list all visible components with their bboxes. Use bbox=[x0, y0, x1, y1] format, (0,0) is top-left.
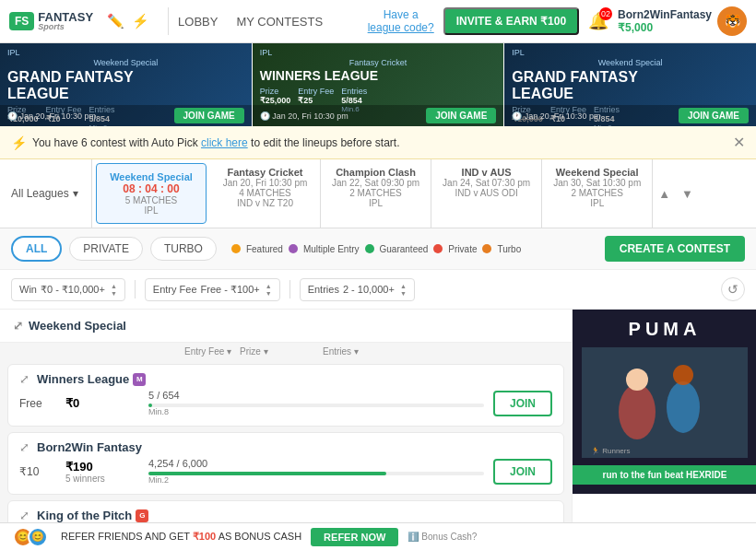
contest-item-born2win-1: ⤢ Born2Win Fantasy ₹10 ₹190 5 winners 4,… bbox=[7, 432, 564, 495]
section-title: Weekend Special bbox=[29, 319, 126, 333]
bonus-cash-info[interactable]: ℹ️ Bonus Cash? bbox=[408, 532, 477, 542]
filter-divider-1 bbox=[135, 280, 136, 298]
contest-card-2: IPL Fantasy Cricket WINNERS LEAGUE Prize… bbox=[253, 43, 505, 126]
turbo-legend-dot bbox=[482, 244, 491, 253]
all-leagues-select[interactable]: All Leagues ▾ bbox=[0, 159, 92, 228]
info-icon: ℹ️ bbox=[408, 532, 419, 542]
share-icon-3[interactable]: ⤢ bbox=[19, 509, 30, 522]
logo-sports: Sports bbox=[38, 23, 93, 31]
close-notice-button[interactable]: ✕ bbox=[733, 134, 745, 151]
card-2-join-btn[interactable]: JOIN GAME bbox=[426, 108, 496, 123]
nav-links: LOBBY MY CONTESTS bbox=[178, 15, 323, 29]
contest-card-3: IPL Weekend Special GRAND FANTASYLEAGUE … bbox=[504, 43, 756, 126]
bonus-cash-label: Bonus Cash? bbox=[421, 532, 477, 542]
entry-fee-born2win-1: ₹10 bbox=[19, 465, 56, 478]
invite-earn-button[interactable]: INVITE & EARN ₹100 bbox=[443, 7, 579, 35]
click-here-link[interactable]: click here bbox=[201, 136, 248, 149]
edit-icon[interactable]: ✏️ bbox=[107, 13, 124, 29]
join-btn-born2win-1[interactable]: JOIN bbox=[493, 459, 552, 485]
share-icon-1[interactable]: ⤢ bbox=[19, 372, 30, 386]
contest-list: ⤢ Weekend Special Entry Fee ▾ Prize ▾ En… bbox=[0, 310, 572, 550]
tab-all[interactable]: ALL bbox=[11, 236, 62, 262]
filter-tab-champion-clash[interactable]: Champion Clash Jan 22, Sat 09:30 pm 2 MA… bbox=[321, 159, 431, 228]
private-legend-label: Private bbox=[448, 244, 477, 254]
col-header-entry[interactable]: Entry Fee ▾ bbox=[184, 346, 240, 357]
logo: FS FANTASY Sports bbox=[9, 11, 93, 31]
reset-filters-button[interactable]: ↺ bbox=[721, 277, 745, 301]
entries-born2win-1: 4,254 / 6,000 Min.2 bbox=[148, 458, 484, 485]
entries-arrows: ▲ ▼ bbox=[400, 283, 407, 297]
entries-filter-label: Entries bbox=[308, 284, 339, 295]
refer-avatar-2: 😊 bbox=[28, 527, 48, 547]
entry-fee-filter-label: Entry Fee bbox=[153, 284, 197, 295]
user-info[interactable]: Born2WinFantasy ₹5,000 🐯 bbox=[618, 6, 747, 36]
tab-private[interactable]: PRIVATE bbox=[69, 237, 143, 261]
nav-my-contests[interactable]: MY CONTESTS bbox=[236, 15, 323, 29]
entry-fee-filter-value: Free - ₹100+ bbox=[201, 284, 260, 296]
card-1-time: 🕐 Jan 20, Fri 10:30 pm bbox=[7, 111, 96, 121]
flash-icon[interactable]: ⚡ bbox=[132, 13, 149, 29]
filter-nav-down[interactable]: ▼ bbox=[676, 159, 699, 228]
card-3-tag: Weekend Special bbox=[512, 58, 749, 67]
filter-tab-ind-aus[interactable]: IND v AUS Jan 24, Sat 07:30 pm IND v AUS… bbox=[431, 159, 542, 228]
svg-point-1 bbox=[619, 384, 656, 439]
svg-point-3 bbox=[626, 369, 648, 391]
notification-count: 02 bbox=[599, 7, 612, 20]
create-contest-button[interactable]: CREATE A CONTEST bbox=[605, 236, 745, 262]
header-action-icons: ✏️ ⚡ bbox=[107, 13, 149, 29]
tab-turbo[interactable]: TURBO bbox=[150, 237, 217, 261]
entry-fee-winners-league: Free bbox=[19, 397, 56, 410]
svg-point-2 bbox=[667, 381, 700, 433]
share-icon-2[interactable]: ⤢ bbox=[19, 440, 30, 454]
contest-item-winners-league: ⤢ Winners League M Free ₹0 5 / 654 Min.8… bbox=[7, 364, 564, 427]
card-3-join-btn[interactable]: JOIN GAME bbox=[679, 108, 749, 123]
col-header-entries[interactable]: Entries ▾ bbox=[323, 346, 494, 357]
filter-tab-weekend-special-2[interactable]: Weekend Special Jan 30, Sat 10:30 pm 2 M… bbox=[542, 159, 653, 228]
contest-col-headers: Entry Fee ▾ Prize ▾ Entries ▾ bbox=[0, 343, 572, 358]
card-3-bottom: 🕐 Jan 20, Fri 10:30 pm JOIN GAME bbox=[504, 105, 756, 126]
share-section-icon: ⤢ bbox=[13, 319, 23, 333]
countdown-timer: 08 : 04 : 00 bbox=[108, 182, 195, 195]
entry-fee-filter[interactable]: Entry Fee Free - ₹100+ ▲ ▼ bbox=[145, 278, 280, 301]
contest-badge-multiple: M bbox=[133, 373, 146, 386]
private-legend-dot bbox=[433, 244, 443, 253]
card-1-join-btn[interactable]: JOIN GAME bbox=[174, 108, 244, 123]
featured-legend-dot bbox=[231, 244, 241, 253]
refer-text: REFER FRIENDS AND GET ₹100 AS BONUS CASH bbox=[61, 531, 301, 543]
card-2-tag: Fantasy Cricket bbox=[260, 58, 497, 67]
win-filter-label: Win bbox=[19, 284, 37, 295]
ad-image-svg: 🏃 Runners bbox=[582, 347, 748, 458]
notification-bell[interactable]: 🔔 02 bbox=[588, 11, 608, 31]
entries-filter[interactable]: Entries 2 - 10,000+ ▲ ▼ bbox=[300, 278, 415, 301]
entries-winners-league: 5 / 654 Min.8 bbox=[148, 390, 484, 416]
nav-lobby[interactable]: LOBBY bbox=[178, 15, 218, 29]
entries-filter-value: 2 - 10,000+ bbox=[343, 284, 395, 295]
card-3-time: 🕐 Jan 20, Fri 10:30 pm bbox=[512, 111, 600, 121]
contest-badge-guaranteed: G bbox=[136, 509, 148, 522]
contest-name-winners-league: Winners League M bbox=[37, 372, 552, 386]
featured-legend-label: Featured bbox=[246, 244, 283, 254]
refer-now-button[interactable]: REFER NOW bbox=[311, 528, 398, 546]
user-balance: ₹5,000 bbox=[618, 21, 712, 34]
refer-bar: 😊 😊 REFER FRIENDS AND GET ₹100 AS BONUS … bbox=[0, 522, 756, 550]
card-3-sport: IPL bbox=[512, 48, 525, 57]
filter-nav-up[interactable]: ▲ bbox=[653, 159, 676, 228]
svg-rect-0 bbox=[582, 347, 748, 458]
contest-name-king-of-pitch: King of the Pitch G bbox=[37, 509, 552, 522]
filter-tab-weekend-special[interactable]: Weekend Special 08 : 04 : 00 5 MATCHES I… bbox=[96, 163, 207, 224]
card-2-sport: IPL bbox=[260, 48, 273, 57]
card-1-tag: Weekend Special bbox=[7, 58, 244, 67]
league-code-link[interactable]: Have a league code? bbox=[368, 8, 434, 35]
notice-text: ⚡ You have 6 contest with Auto Pick clic… bbox=[11, 135, 399, 150]
win-filter[interactable]: Win ₹0 - ₹10,000+ ▲ ▼ bbox=[11, 278, 125, 301]
filters-bar: Win ₹0 - ₹10,000+ ▲ ▼ Entry Fee Free - ₹… bbox=[0, 270, 756, 310]
notice-bar: ⚡ You have 6 contest with Auto Pick clic… bbox=[0, 126, 756, 159]
header: FS FANTASY Sports ✏️ ⚡ LOBBY MY CONTESTS… bbox=[0, 0, 756, 43]
join-btn-winners-league[interactable]: JOIN bbox=[493, 391, 552, 416]
header-right: Have a league code? INVITE & EARN ₹100 🔔… bbox=[368, 6, 747, 36]
filter-tab-fantasy-cricket[interactable]: Fantasy Cricket Jan 20, Fri 10:30 pm 4 M… bbox=[210, 159, 321, 228]
col-header-prize[interactable]: Prize ▾ bbox=[240, 346, 323, 357]
contest-cards-row: IPL Weekend Special GRAND FANTASYLEAGUE … bbox=[0, 43, 756, 126]
ad-panel: PUMA 🏃 Runners run to the fun beat HEXRI… bbox=[572, 310, 756, 550]
card-1-bottom: 🕐 Jan 20, Fri 10:30 pm JOIN GAME bbox=[0, 105, 252, 126]
